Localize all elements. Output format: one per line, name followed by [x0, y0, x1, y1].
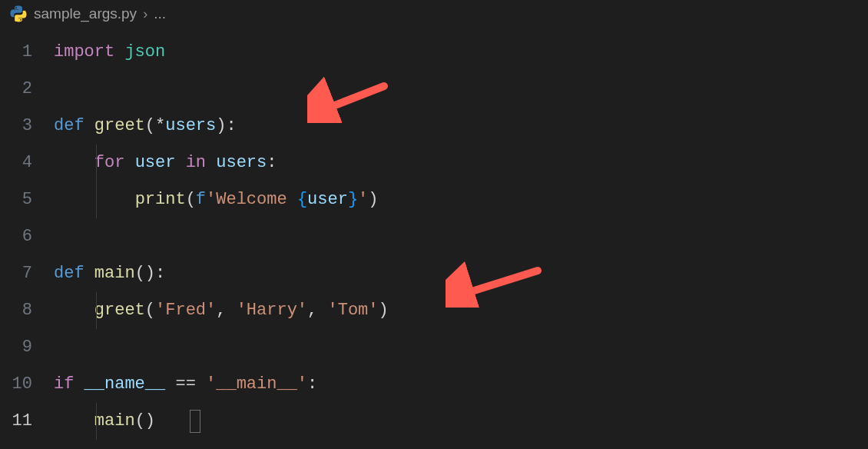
line-number: 9 [0, 329, 54, 366]
fstring-variable: user [307, 190, 348, 209]
keyword-for: for [94, 153, 125, 172]
function-call: main [94, 411, 135, 431]
code-line[interactable]: 1 import json [0, 34, 868, 71]
line-number: 3 [0, 108, 54, 145]
paren-open: ( [145, 116, 155, 135]
whitespace [206, 153, 216, 172]
paren-close: ) [216, 116, 226, 135]
keyword-in: in [186, 153, 206, 172]
paren-open: ( [186, 190, 196, 209]
code-line[interactable]: 9 [0, 329, 868, 366]
keyword-def: def [54, 264, 84, 283]
python-file-icon [9, 5, 28, 23]
module-name: json [124, 42, 165, 62]
whitespace [124, 153, 134, 172]
cursor [190, 410, 200, 433]
function-name: main [94, 264, 135, 283]
keyword-import: import [54, 42, 114, 62]
fstring-brace-open: { [297, 190, 307, 209]
string-literal: '__main__' [206, 374, 307, 394]
line-number: 4 [0, 145, 54, 181]
code-line[interactable]: 6 [0, 218, 868, 255]
line-number: 10 [0, 366, 54, 403]
paren-close: ) [368, 190, 378, 209]
colon: : [267, 153, 277, 172]
code-line[interactable]: 3 def greet(*users): [0, 108, 868, 145]
line-number: 7 [0, 255, 54, 292]
whitespace [165, 374, 175, 394]
string-literal: ' [358, 190, 368, 209]
colon: : [307, 374, 317, 394]
code-line[interactable]: 2 [0, 71, 868, 108]
line-number: 1 [0, 34, 54, 71]
line-number: 8 [0, 292, 54, 329]
whitespace [84, 264, 94, 283]
string-literal: 'Fred' [155, 301, 216, 320]
star-operator: * [155, 116, 165, 135]
string-literal: 'Welcome [206, 190, 297, 209]
comma: , [216, 301, 236, 320]
paren-close: ) [145, 264, 155, 283]
indent-guide [96, 403, 97, 440]
indent-guide [96, 292, 97, 329]
fstring-prefix: f [196, 190, 206, 209]
paren-close: ) [379, 301, 389, 320]
whitespace [175, 153, 185, 172]
string-literal: 'Harry' [237, 301, 307, 320]
code-line[interactable]: 8 greet('Fred', 'Harry', 'Tom') [0, 292, 868, 329]
whitespace [196, 374, 206, 394]
parameter: users [165, 116, 216, 135]
code-line[interactable]: 11 main() [0, 403, 868, 440]
line-number: 5 [0, 181, 54, 218]
keyword-if: if [54, 374, 74, 394]
code-line[interactable]: 5 print(f'Welcome {user}') [0, 181, 868, 218]
paren-open: ( [135, 264, 145, 283]
paren-open: ( [135, 411, 145, 431]
builtin-print: print [135, 190, 186, 209]
breadcrumb[interactable]: sample_args.py › ... [0, 0, 868, 31]
function-name: greet [94, 116, 145, 135]
whitespace [114, 42, 124, 62]
code-editor[interactable]: 1 import json 2 3 def greet(*users): 4 f… [0, 31, 868, 440]
line-number: 6 [0, 218, 54, 255]
whitespace [84, 116, 94, 135]
function-call: greet [94, 301, 145, 320]
breadcrumb-filename[interactable]: sample_args.py [34, 5, 137, 22]
whitespace [74, 374, 84, 394]
breadcrumb-ellipsis[interactable]: ... [154, 5, 166, 22]
operator: == [175, 374, 195, 394]
breadcrumb-separator: › [143, 6, 147, 22]
variable: user [135, 153, 176, 172]
string-literal: 'Tom' [327, 301, 378, 320]
dunder-name: __name__ [84, 374, 166, 394]
variable: users [216, 153, 267, 172]
line-number: 11 [0, 403, 54, 440]
colon: : [226, 116, 236, 135]
indent-guide [96, 145, 97, 181]
code-line[interactable]: 10 if __name__ == '__main__': [0, 366, 868, 403]
paren-open: ( [145, 301, 155, 320]
colon: : [155, 264, 165, 283]
paren-close: ) [145, 411, 155, 431]
line-number: 2 [0, 71, 54, 108]
keyword-def: def [54, 116, 84, 135]
code-line[interactable]: 4 for user in users: [0, 145, 868, 181]
code-line[interactable]: 7 def main(): [0, 255, 868, 292]
comma: , [307, 301, 327, 320]
fstring-brace-close: } [348, 190, 358, 209]
indent-guide [96, 181, 97, 218]
